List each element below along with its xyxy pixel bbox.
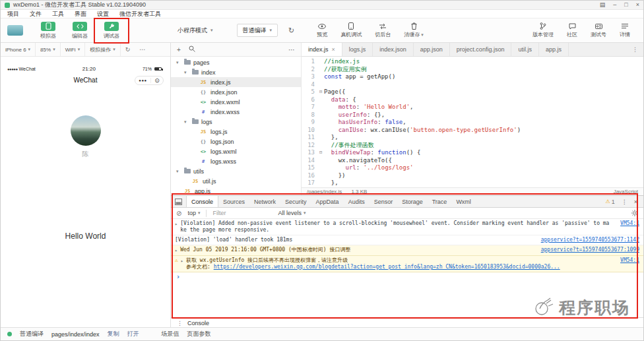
menu-item[interactable]: 工具 bbox=[52, 10, 64, 18]
rotate-icon[interactable]: ↻ bbox=[121, 43, 135, 56]
editor-tab-index.js[interactable]: index.js × bbox=[302, 43, 342, 56]
user-avatar[interactable] bbox=[71, 115, 101, 146]
maximize-icon[interactable]: □ bbox=[624, 2, 628, 8]
editor-tab-logs.js[interactable]: logs.js bbox=[342, 43, 373, 56]
feedback-icon[interactable]: ▤ bbox=[600, 2, 606, 8]
compile-select[interactable]: 普通编译 ▾ bbox=[237, 24, 278, 37]
toggle-simulator[interactable]: 模拟器 bbox=[32, 22, 64, 40]
devtools-tab-audits[interactable]: Audits bbox=[344, 196, 370, 207]
drawer-tab-console[interactable]: Console bbox=[187, 320, 209, 326]
editor-tab-util.js[interactable]: util.js bbox=[511, 43, 539, 56]
devtools-tab-appdata[interactable]: AppData bbox=[311, 196, 344, 207]
devtools-tab-sensor[interactable]: Sensor bbox=[370, 196, 398, 207]
menu-item[interactable]: 设置 bbox=[97, 10, 109, 18]
editor-tab-app.json[interactable]: app.json bbox=[414, 43, 450, 56]
code-area[interactable]: 1 //index.js 2 //获取应用实例 3 const app = ge… bbox=[302, 57, 643, 187]
tree-file-util.js[interactable]: JS util.js bbox=[171, 176, 301, 186]
fold-icon[interactable]: ⊟ bbox=[317, 149, 324, 157]
search-icon[interactable] bbox=[189, 46, 195, 53]
action-realdevice[interactable]: 真机调试 bbox=[334, 22, 368, 38]
devtools-tab-sources[interactable]: Sources bbox=[218, 196, 249, 207]
source-link[interactable]: appservice?t=1559740553677:1099 bbox=[541, 247, 639, 253]
motto-text[interactable]: Hello World bbox=[1, 232, 170, 241]
minimize-icon[interactable]: – bbox=[613, 2, 616, 8]
expand-icon[interactable]: ▸ bbox=[175, 247, 177, 254]
tree-file-index.wxss[interactable]: # index.wxss bbox=[171, 107, 301, 117]
devtools-tab-network[interactable]: Network bbox=[249, 196, 280, 207]
tree-file-logs.wxml[interactable]: <> logs.wxml bbox=[171, 146, 301, 156]
menu-item[interactable]: 界面 bbox=[75, 10, 86, 18]
toggle-editor[interactable]: 编辑器 bbox=[64, 22, 96, 40]
more-icon[interactable]: ●●● bbox=[139, 78, 146, 82]
filter-input[interactable] bbox=[212, 210, 272, 216]
scene-button[interactable]: 场景值 bbox=[162, 330, 179, 338]
compile-refresh-icon[interactable]: ↻ bbox=[288, 26, 294, 35]
close-icon[interactable]: × bbox=[636, 2, 639, 8]
expand-icon[interactable]: ▸ bbox=[181, 257, 183, 264]
devtools-tab-console[interactable]: Console bbox=[186, 196, 218, 207]
console-prompt[interactable]: › bbox=[171, 272, 643, 282]
sim-select[interactable]: iPhone 6▾ bbox=[1, 43, 36, 56]
add-file-icon[interactable]: + bbox=[177, 46, 181, 53]
menu-item[interactable]: 项目 bbox=[7, 10, 19, 18]
kebab-icon[interactable]: ⋮ bbox=[627, 46, 643, 53]
editor-tab-index.json[interactable]: index.json bbox=[373, 43, 414, 56]
editor-tab-app.js[interactable]: app.js bbox=[539, 43, 569, 56]
levels-select[interactable]: All levels▾ bbox=[278, 210, 306, 216]
copy-button[interactable]: 复制 bbox=[108, 330, 119, 338]
action-version[interactable]: 版本管理 bbox=[526, 22, 560, 38]
devtools-tab-trace[interactable]: Trace bbox=[428, 196, 452, 207]
close-icon[interactable]: × bbox=[332, 46, 335, 53]
more-icon[interactable]: ⋯ bbox=[135, 43, 150, 56]
mode-select[interactable]: 小程序模式 ▾ bbox=[174, 24, 217, 37]
source-link[interactable]: appservice?t=1559740553677:1142 bbox=[541, 237, 639, 243]
devtools-tab-wxml[interactable]: Wxml bbox=[451, 196, 476, 207]
source-link[interactable]: VM54:1 bbox=[620, 257, 639, 264]
close-icon[interactable]: × bbox=[634, 199, 637, 205]
action-preview[interactable]: 预览 bbox=[310, 22, 334, 38]
gear-icon[interactable] bbox=[631, 210, 638, 216]
sim-select[interactable]: WiFi▾ bbox=[61, 43, 86, 56]
action-detail[interactable]: 详情 bbox=[613, 22, 637, 38]
devtools-tab-storage[interactable]: Storage bbox=[397, 196, 428, 207]
tree-file-logs.js[interactable]: JS logs.js bbox=[171, 127, 301, 137]
devtools-tab-security[interactable]: Security bbox=[280, 196, 311, 207]
dock-icon[interactable] bbox=[175, 199, 182, 205]
capsule-button[interactable]: ●●● ⊙ bbox=[135, 76, 164, 85]
kebab-icon[interactable]: ⋮ bbox=[177, 320, 183, 326]
exit-icon[interactable]: ⊙ bbox=[154, 78, 160, 84]
kebab-icon[interactable]: ⋮ bbox=[622, 199, 628, 205]
tree-file-app.js[interactable]: JS app.js bbox=[171, 186, 301, 195]
toggle-debugger[interactable]: 调试器 bbox=[96, 22, 127, 40]
warning-count[interactable]: ⚠1 bbox=[606, 199, 615, 205]
sim-select[interactable]: 模拟操作▾ bbox=[85, 43, 121, 56]
sim-select[interactable]: 85%▾ bbox=[36, 43, 61, 56]
tree-folder-index[interactable]: ▾ index bbox=[171, 67, 301, 77]
tree-folder-utils[interactable]: ▾ utils bbox=[171, 166, 301, 176]
tree-file-logs.json[interactable]: {} logs.json bbox=[171, 137, 301, 146]
clear-console-icon[interactable]: ⊘ bbox=[176, 210, 181, 217]
menu-item[interactable]: 文件 bbox=[30, 10, 42, 18]
params-button[interactable]: 页面参数 bbox=[187, 330, 211, 338]
fold-icon[interactable]: ⊟ bbox=[317, 88, 324, 96]
tree-folder-pages[interactable]: ▾ pages bbox=[171, 57, 301, 67]
tree-file-logs.wxss[interactable]: # logs.wxss bbox=[171, 156, 301, 166]
doc-link[interactable]: https://developers.weixin.qq.com/blogdet… bbox=[214, 264, 560, 270]
tree-file-index.wxml[interactable]: <> index.wxml bbox=[171, 97, 301, 107]
action-background[interactable]: 切后台 bbox=[368, 22, 397, 38]
avatar[interactable] bbox=[7, 25, 23, 36]
compile-mode-label[interactable]: 普通编译 bbox=[20, 330, 44, 338]
tree-file-index.json[interactable]: {} index.json bbox=[171, 87, 301, 97]
action-testaccount[interactable]: 测试号 bbox=[584, 22, 613, 38]
more-icon[interactable]: ⋯ bbox=[288, 46, 295, 53]
context-select[interactable]: top▾ bbox=[187, 210, 200, 216]
open-button[interactable]: 打开 bbox=[127, 330, 139, 338]
tree-file-index.js[interactable]: JS index.js bbox=[171, 77, 301, 87]
editor-tab-project.config.json[interactable]: project.config.json bbox=[450, 43, 512, 56]
source-link[interactable]: VM54:1 bbox=[620, 220, 639, 227]
expand-icon[interactable]: ▸ bbox=[175, 220, 177, 228]
action-cache[interactable]: 清缓存▾ bbox=[397, 22, 430, 38]
menu-item[interactable]: 微信开发者工具 bbox=[119, 10, 161, 18]
action-community[interactable]: 社区 bbox=[560, 22, 584, 38]
tree-folder-logs[interactable]: ▾ logs bbox=[171, 117, 301, 127]
